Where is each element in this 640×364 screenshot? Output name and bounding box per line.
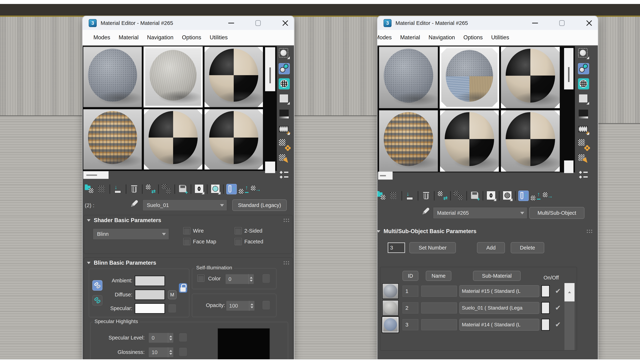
- self-illumination-spinner[interactable]: 0: [225, 274, 254, 284]
- list-scrollbar[interactable]: [564, 283, 574, 350]
- material-id-channel-icon[interactable]: [194, 184, 204, 194]
- video-color-check-icon[interactable]: [578, 108, 589, 120]
- sample-pan-handle[interactable]: [265, 162, 275, 173]
- sub-material-color-swatch[interactable]: [541, 302, 550, 314]
- checkbox-2-sided[interactable]: [234, 227, 242, 234]
- opacity-value[interactable]: 100: [226, 300, 249, 311]
- make-unique-icon[interactable]: [162, 184, 172, 194]
- sample-slot[interactable]: [379, 110, 438, 172]
- sample-slot[interactable]: [83, 46, 142, 108]
- background-icon[interactable]: [578, 78, 589, 90]
- show-end-result-icon[interactable]: ↑: [226, 184, 237, 194]
- lock-ambient-diffuse-icon[interactable]: [92, 280, 102, 290]
- delete-button[interactable]: Delete: [511, 242, 544, 253]
- shader-type-dropdown[interactable]: Blinn: [93, 228, 169, 240]
- sub-material-name-input[interactable]: [421, 302, 457, 314]
- glossiness-value[interactable]: 10: [148, 347, 168, 358]
- material-id-channel-icon[interactable]: [486, 190, 496, 201]
- go-forward-to-sibling-icon[interactable]: →: [250, 184, 261, 194]
- sub-material-name-input[interactable]: [421, 319, 457, 330]
- material-map-navigator-icon[interactable]: [278, 169, 290, 180]
- sample-pan-slider-horizontal[interactable]: [378, 172, 392, 180]
- checkbox-wire[interactable]: [183, 227, 190, 234]
- sample-slot[interactable]: [83, 109, 142, 170]
- sub-material-button[interactable]: Material #14 ( Standard (L: [459, 319, 539, 331]
- reset-map-mtl-icon[interactable]: [129, 184, 140, 194]
- sample-uv-tiling-icon[interactable]: [578, 94, 589, 104]
- sample-slot[interactable]: [204, 46, 263, 108]
- show-shaded-material-in-viewport-icon[interactable]: [502, 190, 512, 201]
- go-to-parent-icon[interactable]: ↑: [530, 190, 541, 201]
- sort-by-id-button[interactable]: ID: [402, 271, 418, 281]
- specular-level-spinner[interactable]: 0: [148, 333, 174, 343]
- glossiness-map-button[interactable]: [179, 348, 187, 356]
- pick-material-eyedropper-icon[interactable]: [126, 197, 141, 211]
- menu-options[interactable]: Options: [464, 34, 483, 41]
- options-icon[interactable]: [278, 139, 290, 150]
- show-shaded-material-in-viewport-icon[interactable]: [210, 184, 220, 194]
- material-type-button[interactable]: Multi/Sub-Object: [529, 207, 584, 219]
- on-off-checkbox[interactable]: ✔: [554, 286, 562, 296]
- specular-map-button[interactable]: [168, 304, 176, 313]
- sample-type-icon[interactable]: [578, 48, 589, 59]
- sample-slot[interactable]: [204, 109, 263, 170]
- rollout-header[interactable]: Blinn Basic Parameters: [84, 258, 292, 268]
- diffuse-map-button[interactable]: M: [168, 290, 176, 299]
- close-icon[interactable]: [586, 20, 592, 26]
- sample-type-icon[interactable]: [278, 48, 290, 59]
- rollout-header[interactable]: Shader Basic Parameters: [84, 215, 292, 225]
- show-end-result-icon[interactable]: ↑: [518, 190, 529, 201]
- set-number-button[interactable]: Set Number: [409, 242, 456, 253]
- select-by-material-icon[interactable]: [578, 154, 589, 165]
- drag-grip-icon[interactable]: [283, 218, 290, 222]
- menu-material[interactable]: Material: [119, 34, 138, 41]
- sample-slot[interactable]: [500, 110, 560, 172]
- menu-navigation[interactable]: Navigation: [428, 34, 455, 41]
- menu-utilities[interactable]: Utilities: [491, 34, 509, 41]
- assign-material-to-selection-icon[interactable]: ↓: [113, 184, 123, 194]
- sample-pan-slider-vertical[interactable]: [265, 47, 275, 91]
- select-by-material-icon[interactable]: [278, 154, 290, 165]
- menu-navigation[interactable]: Navigation: [147, 34, 173, 41]
- menu-modes[interactable]: Modes: [94, 34, 110, 41]
- add-button[interactable]: Add: [477, 242, 505, 253]
- sub-material-button[interactable]: Suelo_01 ( Standard (Lega: [459, 302, 539, 314]
- backlight-icon[interactable]: [578, 63, 589, 74]
- self-illumination-checkbox[interactable]: [197, 274, 204, 282]
- padlock-icon[interactable]: [179, 283, 187, 292]
- self-illumination-value[interactable]: 0: [225, 274, 248, 284]
- drag-grip-icon[interactable]: [283, 261, 290, 265]
- rollout-header[interactable]: Multi/Sub-Object Basic Parameters: [378, 226, 597, 236]
- sample-uv-tiling-icon[interactable]: [278, 94, 290, 104]
- sample-slot[interactable]: [500, 46, 560, 108]
- glossiness-spinner[interactable]: 10: [148, 347, 174, 358]
- sample-slot[interactable]: [440, 46, 499, 108]
- maximize-icon[interactable]: [255, 20, 261, 26]
- pick-material-eyedropper-icon[interactable]: [418, 204, 432, 219]
- on-off-checkbox[interactable]: ✔: [554, 303, 562, 313]
- minimize-icon[interactable]: [532, 23, 538, 24]
- put-to-library-icon[interactable]: +: [178, 184, 188, 194]
- opacity-spinner[interactable]: 100: [226, 300, 255, 311]
- put-material-to-scene-icon[interactable]: [388, 190, 399, 201]
- go-forward-to-sibling-icon[interactable]: →: [542, 190, 553, 201]
- diffuse-color-swatch[interactable]: [135, 290, 165, 300]
- material-map-navigator-icon[interactable]: [578, 169, 589, 180]
- sub-material-color-swatch[interactable]: [541, 319, 550, 331]
- make-material-copy-icon[interactable]: ⇄: [437, 190, 448, 201]
- menu-modes[interactable]: Modes: [378, 34, 392, 41]
- ambient-color-swatch[interactable]: [135, 276, 165, 286]
- backlight-icon[interactable]: [278, 63, 290, 74]
- make-preview-icon[interactable]: +: [578, 124, 589, 135]
- titlebar[interactable]: 3 Material Editor - Material #265: [378, 16, 598, 30]
- material-count-input[interactable]: 3: [388, 242, 405, 253]
- assign-material-to-selection-icon[interactable]: ↓: [405, 190, 415, 201]
- sample-slot[interactable]: [440, 110, 499, 172]
- close-icon[interactable]: [282, 20, 288, 26]
- checkbox-face-map[interactable]: [183, 238, 190, 245]
- get-material-icon[interactable]: [84, 184, 95, 194]
- sample-pan-slider-vertical[interactable]: [564, 48, 574, 90]
- material-name-dropdown[interactable]: Suelo_01: [142, 200, 227, 211]
- sample-slot[interactable]: [144, 109, 203, 170]
- sub-material-color-swatch[interactable]: [541, 285, 550, 297]
